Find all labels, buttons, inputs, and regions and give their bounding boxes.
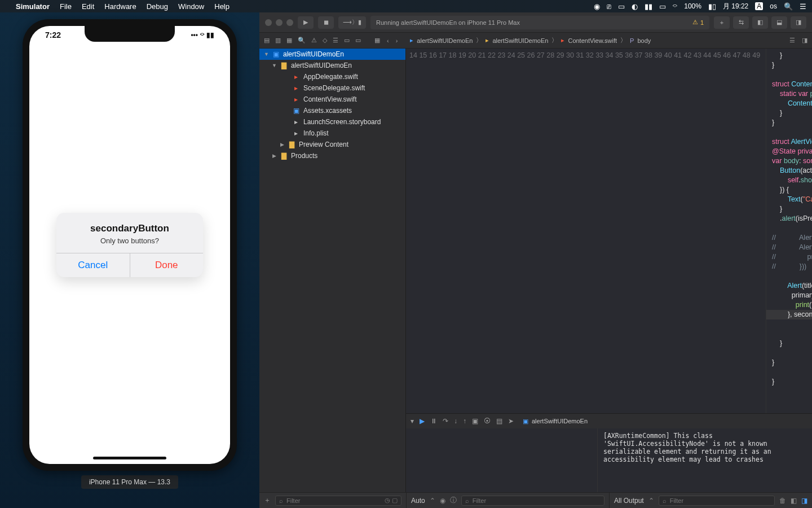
toggle-debug-button[interactable]: ⬓: [771, 16, 787, 29]
screenshot-icon[interactable]: ⎚: [607, 2, 611, 11]
display-icon[interactable]: ▭: [659, 2, 666, 11]
project-navigator[interactable]: ▼▣alertSwiftUIDemoEn ▼▇alertSwiftUIDemoE…: [259, 49, 406, 492]
nav-source-icon[interactable]: ▥: [275, 37, 281, 44]
toggle-inspector-button[interactable]: ◨: [791, 16, 806, 29]
breadcrumb[interactable]: ▸alertSwiftUIDemoEn〉 ▸alertSwiftUIDemoEn…: [410, 36, 783, 45]
warning-icon[interactable]: ⚠: [692, 19, 698, 26]
nav-file[interactable]: ▸SceneDelegate.swift: [259, 82, 405, 94]
battery-status-icon: ▮▮: [206, 31, 214, 39]
step-into-icon[interactable]: ↓: [454, 417, 457, 425]
variables-view[interactable]: [406, 428, 598, 492]
menu-debug[interactable]: Debug: [147, 2, 168, 11]
status-time: 7:22: [45, 30, 61, 40]
adjust-editor-icon[interactable]: ◨: [802, 37, 807, 44]
siri-icon[interactable]: ◐: [632, 2, 638, 11]
add-icon[interactable]: ＋: [264, 496, 271, 505]
clock[interactable]: 月 19:22: [723, 2, 748, 11]
nav-report-icon[interactable]: ▭: [355, 37, 361, 44]
signal-icon: •••: [191, 31, 198, 39]
alert-cancel-button[interactable]: Cancel: [56, 253, 130, 277]
toggle-vars-icon[interactable]: ◧: [791, 497, 797, 505]
alert-title: secondaryButton: [64, 223, 195, 234]
info-icon[interactable]: ⓘ: [450, 496, 457, 505]
menu-edit[interactable]: Edit: [82, 2, 94, 11]
filter-icon: ⌕: [279, 497, 283, 504]
nav-project-icon[interactable]: ▤: [264, 37, 270, 44]
hide-debug-icon[interactable]: ▾: [411, 417, 414, 425]
alert-done-button[interactable]: Done: [130, 253, 204, 277]
menu-window[interactable]: Window: [178, 2, 204, 11]
spotlight-icon[interactable]: 🔍: [784, 2, 793, 11]
debug-target[interactable]: alertSwiftUIDemoEn: [532, 418, 588, 424]
scheme-selector[interactable]: ⟶〉▮: [338, 16, 366, 29]
traffic-lights[interactable]: [265, 19, 293, 26]
wifi-status-icon: ⌔: [200, 31, 204, 39]
navigator-filter[interactable]: ⌕Filter◷ ▢: [275, 496, 401, 506]
input-source[interactable]: A: [755, 2, 763, 10]
nav-symbol-icon[interactable]: ▦: [286, 37, 292, 44]
breakpoint-toggle-icon[interactable]: ▶: [420, 417, 425, 425]
record-icon[interactable]: ◉: [594, 2, 600, 11]
clock-icon[interactable]: ◷ ▢: [385, 497, 398, 504]
phone-screen: 7:22 ••• ⌔ ▮▮ secondaryButton Only two b…: [29, 26, 230, 464]
date-icon[interactable]: ▭: [618, 2, 625, 11]
nav-group[interactable]: ▼▇alertSwiftUIDemoEn: [259, 60, 405, 71]
variables-filter[interactable]: ⌕Filter: [461, 496, 604, 506]
eye-icon[interactable]: ◉: [440, 497, 445, 505]
sidecar-icon[interactable]: ▮▮: [645, 2, 652, 11]
app-name[interactable]: Simulator: [16, 2, 50, 11]
nav-debug-icon[interactable]: ☰: [333, 37, 338, 44]
add-editor-button[interactable]: +: [714, 16, 730, 29]
related-items-icon[interactable]: ▦: [374, 37, 380, 44]
nav-file[interactable]: ▸ContentView.swift: [259, 94, 405, 105]
line-gutter[interactable]: 14 15 16 17 18 19 20 21 22 23 24 25 26 2…: [406, 49, 766, 413]
macos-menubar: Simulator File Edit Hardware Debug Windo…: [0, 0, 812, 12]
nav-file[interactable]: ▣Assets.xcassets: [259, 105, 405, 116]
console-filter[interactable]: ⌕Filter: [659, 496, 775, 506]
trash-icon[interactable]: 🗑: [779, 497, 786, 505]
nav-file[interactable]: ▸Info.plist: [259, 128, 405, 139]
battery-icon[interactable]: ▮▯: [708, 2, 716, 11]
nav-folder[interactable]: ▶▇Products: [259, 150, 405, 161]
editor-options-icon[interactable]: ☰: [789, 37, 795, 44]
source-editor[interactable]: } } struct ContentView_Previews: Preview…: [766, 49, 812, 413]
pause-icon[interactable]: ⏸: [430, 417, 437, 425]
all-output-label[interactable]: All Output: [614, 497, 644, 505]
warning-count[interactable]: 1: [700, 19, 704, 26]
menu-help[interactable]: Help: [214, 2, 230, 11]
step-over-icon[interactable]: ↷: [443, 417, 448, 425]
menu-file[interactable]: File: [60, 2, 72, 11]
step-out-icon[interactable]: ↑: [463, 417, 466, 425]
back-button[interactable]: ‹: [387, 37, 389, 44]
xcode-window: ▶ ◼ ⟶〉▮ Running alertSwiftUIDemoEn on iP…: [259, 12, 812, 508]
menu-hardware[interactable]: Hardware: [104, 2, 136, 11]
nav-root[interactable]: ▼▣alertSwiftUIDemoEn: [259, 49, 405, 60]
nav-folder[interactable]: ▶▇Preview Content: [259, 139, 405, 150]
activity-status: Running alertSwiftUIDemoEn on iPhone 11 …: [370, 16, 709, 29]
battery-percent[interactable]: 100%: [684, 2, 701, 10]
bottom-bar: ＋ ⌕Filter◷ ▢ Auto⌃ ◉ ⓘ ⌕Filter All Outpu…: [259, 492, 812, 508]
console-output[interactable]: [AXRuntimeCommon] This class 'SwiftUI.Ac…: [598, 428, 812, 492]
toggle-console-icon[interactable]: ◨: [801, 497, 807, 505]
simulator-caption: iPhone 11 Pro Max — 13.3: [81, 475, 178, 489]
code-review-button[interactable]: ⇆: [733, 16, 749, 29]
toggle-navigator-button[interactable]: ◧: [752, 16, 768, 29]
stop-button[interactable]: ◼: [318, 16, 334, 29]
nav-file[interactable]: ▸LaunchScreen.storyboard: [259, 116, 405, 128]
nav-file[interactable]: ▸AppDelegate.swift: [259, 71, 405, 82]
auto-label[interactable]: Auto: [411, 497, 425, 505]
nav-breakpoint-icon[interactable]: ▭: [344, 37, 350, 44]
home-indicator[interactable]: [93, 457, 166, 459]
forward-button[interactable]: ›: [396, 37, 398, 44]
nav-test-icon[interactable]: ◇: [323, 37, 327, 44]
nav-issue-icon[interactable]: ⚠: [311, 37, 317, 44]
environment-icon[interactable]: ▤: [496, 417, 502, 425]
notification-center-icon[interactable]: ☰: [800, 2, 806, 11]
location-icon[interactable]: ➤: [508, 417, 514, 425]
run-button[interactable]: ▶: [298, 16, 314, 29]
view-debug-icon[interactable]: ▣: [472, 417, 478, 425]
nav-find-icon[interactable]: 🔍: [298, 37, 306, 44]
memory-graph-icon[interactable]: ⦿: [484, 417, 491, 425]
wifi-icon[interactable]: ⌔: [673, 2, 677, 11]
user[interactable]: os: [770, 2, 777, 10]
